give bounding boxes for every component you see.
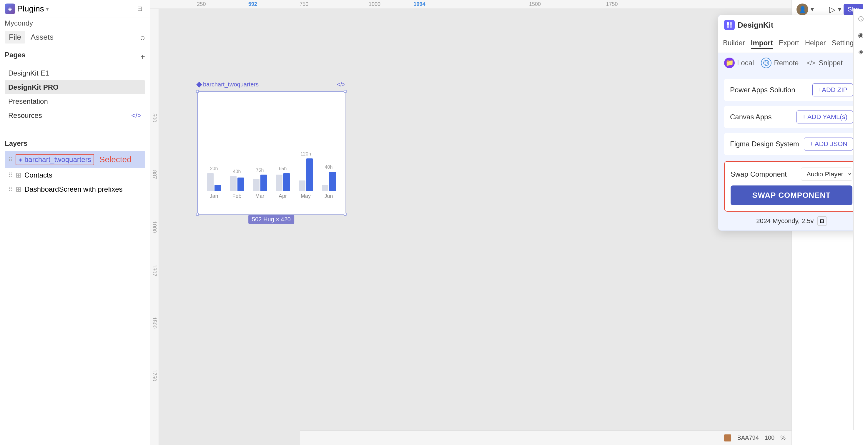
- plugin-panel: DesignKit ✕ Builder Import Export Helper…: [718, 15, 865, 231]
- ruler-left: 500 887 1000 1307 1500 1750: [150, 9, 159, 445]
- layers-title: Layers: [5, 139, 145, 147]
- swap-component-label: Swap Component: [731, 170, 787, 178]
- svg-line-9: [861, 19, 862, 20]
- bar-wrap-feb: [226, 176, 247, 191]
- layer-item-contacts[interactable]: ⠿ ⊞ Contacts: [5, 168, 145, 182]
- bar-label-feb-top: 40h: [233, 169, 241, 174]
- figma-label: Figma Design System: [730, 140, 799, 148]
- page-item-designkit-pro[interactable]: DesignKit PRO: [5, 80, 145, 94]
- collapse-panel-button[interactable]: ⊟: [134, 3, 145, 14]
- chart-name-label: barchart_twoquarters: [197, 81, 259, 88]
- bar-group-feb: 40h Feb: [226, 169, 247, 199]
- layer-name-dashboard: DashboardScreen with prefixes: [24, 185, 123, 194]
- local-icon: 📁: [724, 58, 735, 68]
- ruler-mark-1750: 1750: [606, 1, 618, 7]
- app-logo-icon: ◈: [5, 3, 15, 14]
- bar-blue-feb: [238, 177, 244, 191]
- swap-component-section: Swap Component Audio Player Button Card …: [724, 161, 859, 212]
- import-content: Power Apps Solution +ADD ZIP Canvas Apps…: [718, 73, 865, 161]
- plugin-logo-icon: [724, 20, 735, 30]
- plugin-nav-import[interactable]: Import: [751, 39, 773, 49]
- selection-handle-tl: [196, 90, 199, 93]
- page-item-presentation[interactable]: Presentation: [5, 94, 145, 108]
- swap-component-select[interactable]: Audio Player Button Card Modal: [801, 168, 852, 181]
- chart-component[interactable]: barchart_twoquarters </> 20h: [197, 91, 345, 214]
- pages-section: Pages + DesignKit E1 DesignKit PRO Prese…: [0, 46, 150, 127]
- right-panel: 👤 ▾ ▷ ▾ Sha Design Prototype 40%: [792, 0, 868, 445]
- source-tab-local[interactable]: 📁 Local: [724, 58, 754, 68]
- plugin-name: Mycondy: [0, 18, 150, 29]
- side-icon-2[interactable]: ◉: [856, 30, 866, 40]
- source-local-label: Local: [737, 59, 754, 67]
- chart-code-icon: </>: [337, 81, 345, 88]
- bar-label-jan-top: 20h: [210, 166, 218, 171]
- layer-item-barchart[interactable]: ⠿ ◈ barchart_twoquarters Selected: [5, 151, 145, 168]
- ruler-top: 250 592 750 1000 1094 1500 1750: [150, 0, 792, 9]
- bar-label-jun-top: 40h: [325, 165, 333, 170]
- plugin-header: DesignKit ✕: [718, 15, 865, 35]
- svg-rect-0: [727, 22, 729, 25]
- ruler-mark-592: 592: [248, 1, 257, 7]
- layer-name-contacts: Contacts: [24, 171, 52, 179]
- page-item-resources[interactable]: Resources </>: [5, 108, 145, 123]
- layer-item-dashboard[interactable]: ⠿ ⊞ DashboardScreen with prefixes: [5, 182, 145, 196]
- selection-handle-tr: [344, 90, 347, 93]
- plugins-label: Plugins: [17, 4, 44, 13]
- resources-label: Resources: [8, 111, 42, 119]
- ruler-mark-750: 750: [300, 1, 308, 7]
- bar-label-jan-bottom: Jan: [210, 193, 218, 199]
- side-icons-panel: ◉ ◈: [853, 9, 868, 430]
- code-icon: </>: [131, 111, 142, 119]
- top-bar: ◈ Plugins ▾ ⊟: [0, 0, 150, 18]
- import-row-figma: Figma Design System + ADD JSON: [724, 133, 859, 155]
- plugin-nav-export[interactable]: Export: [779, 39, 799, 49]
- plugins-dropdown-icon: ▾: [46, 5, 49, 12]
- source-tab-remote[interactable]: Remote: [761, 58, 799, 68]
- size-badge: 502 Hug × 420: [248, 215, 294, 224]
- search-button[interactable]: ⌕: [140, 33, 145, 42]
- ruler-v-500: 500: [151, 113, 157, 122]
- bar-gray-mar: [253, 179, 259, 191]
- add-json-button[interactable]: + ADD JSON: [804, 138, 853, 150]
- side-icon-3[interactable]: ◈: [856, 46, 866, 57]
- file-assets-tab-row: File Assets ⌕: [0, 29, 150, 46]
- plugin-nav-builder[interactable]: Builder: [723, 39, 745, 49]
- add-zip-button[interactable]: +ADD ZIP: [812, 83, 853, 96]
- pages-title: Pages: [5, 51, 26, 59]
- ruler-mark-1000: 1000: [369, 1, 380, 7]
- drag-handle-icon: ⠿: [8, 186, 13, 193]
- left-panel: ◈ Plugins ▾ ⊟ Mycondy File Assets ⌕ Page…: [0, 0, 150, 445]
- color-swatch: [724, 435, 731, 442]
- bar-wrap-jun: [318, 172, 339, 191]
- tab-file[interactable]: File: [5, 31, 25, 43]
- plugin-title-area: DesignKit: [724, 20, 773, 30]
- add-page-button[interactable]: +: [141, 52, 145, 61]
- plugin-nav-helper[interactable]: Helper: [805, 39, 826, 49]
- bar-label-apr-bottom: Apr: [279, 193, 287, 199]
- swap-row: Swap Component Audio Player Button Card …: [731, 168, 852, 181]
- chart-inner: 20h Jan 40h Feb: [198, 92, 345, 214]
- ruler-mark-250: 250: [197, 1, 206, 7]
- plugins-button[interactable]: ◈ Plugins ▾: [5, 3, 49, 14]
- source-tab-snippet[interactable]: </> Snippet: [806, 58, 842, 68]
- bar-gray-feb: [230, 176, 237, 191]
- drag-handle-icon: ⠿: [8, 172, 13, 179]
- pages-header: Pages +: [5, 51, 145, 63]
- add-yaml-button[interactable]: + ADD YAML(s): [797, 110, 853, 124]
- chart-bars-area: 20h Jan 40h Feb: [204, 98, 339, 208]
- bar-gray-may: [299, 180, 305, 191]
- footer-icon: ⊟: [817, 216, 827, 226]
- ruler-v-1307: 1307: [151, 265, 157, 276]
- play-button[interactable]: ▷: [829, 5, 836, 14]
- user-dropdown-icon: ▾: [811, 6, 814, 13]
- ruler-v-1500: 1500: [151, 317, 157, 329]
- source-remote-label: Remote: [774, 59, 799, 67]
- bar-label-mar-bottom: Mar: [255, 193, 265, 199]
- page-item-designkit-e1[interactable]: DesignKit E1: [5, 66, 145, 80]
- side-icon-1[interactable]: [856, 13, 866, 24]
- layer-icon-dashboard: ⊞: [16, 185, 22, 194]
- ruler-v-1750: 1750: [151, 370, 157, 381]
- swap-component-button[interactable]: SWAP COMPONENT: [731, 185, 852, 205]
- source-tabs: 📁 Local Remote </> Snippet: [718, 53, 865, 73]
- tab-assets[interactable]: Assets: [27, 31, 58, 43]
